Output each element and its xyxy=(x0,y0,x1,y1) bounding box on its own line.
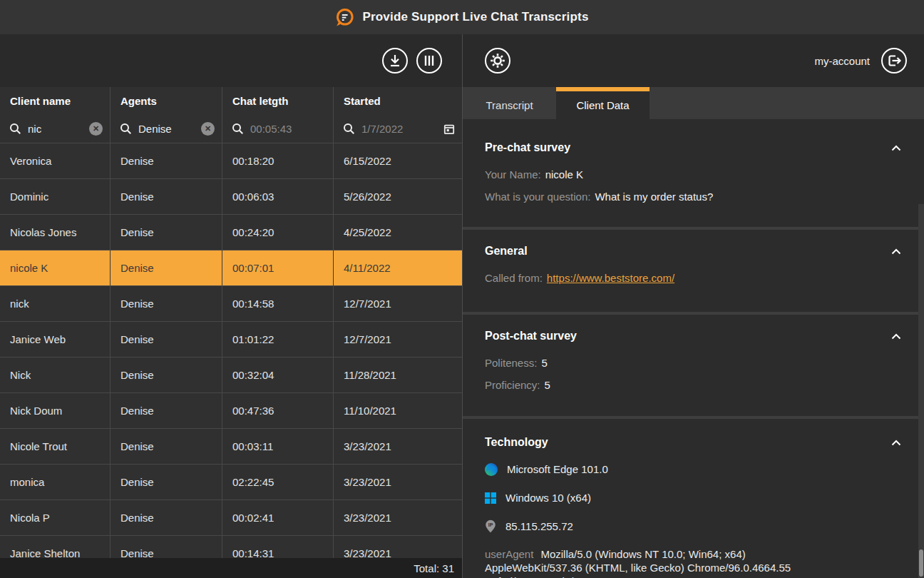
field-politeness: Politeness:5 xyxy=(485,355,903,370)
cell-length: 00:32:04 xyxy=(222,358,334,392)
cell-started: 4/11/2022 xyxy=(334,250,462,285)
tech-os: Windows 10 (x64) xyxy=(485,490,903,505)
called-from-link[interactable]: https://www.beststore.com/ xyxy=(547,272,674,284)
section-title: Post-chat survey xyxy=(485,330,577,343)
logout-icon xyxy=(882,49,906,73)
cell-client: Veronica xyxy=(0,143,111,178)
collapse-chevron-icon[interactable] xyxy=(890,438,903,447)
filter-cell-chat-length xyxy=(222,115,334,143)
calendar-button[interactable] xyxy=(443,123,455,135)
cell-agent: Denise xyxy=(111,429,222,464)
section-technology: Technology xyxy=(463,419,924,578)
transcripts-list-panel: Client name Agents Chat letgth Started ✕ xyxy=(0,34,462,578)
cell-client: monica xyxy=(0,465,111,500)
cell-started: 12/7/2021 xyxy=(334,322,462,357)
cell-started: 3/23/2021 xyxy=(334,465,462,500)
agents-filter-input[interactable] xyxy=(138,123,195,135)
table-row[interactable]: Nicola P Denise 00:02:41 3/23/2021 xyxy=(0,500,462,536)
cell-started: 3/23/2021 xyxy=(334,429,462,464)
svg-text:IP: IP xyxy=(488,522,493,527)
download-icon xyxy=(383,49,407,73)
search-icon xyxy=(343,123,355,135)
table-row[interactable]: Nick Denise 00:32:04 11/28/2021 xyxy=(0,358,462,393)
cell-length: 02:22:45 xyxy=(222,465,334,500)
detail-tabs: Transcript Client Data xyxy=(463,87,924,119)
download-button[interactable] xyxy=(382,48,408,73)
chat-length-filter-input[interactable] xyxy=(250,123,326,135)
table-row[interactable]: Veronica Denise 00:18:20 6/15/2022 xyxy=(0,143,462,179)
logout-button[interactable] xyxy=(881,48,907,73)
field-proficiency: Proficiency:5 xyxy=(485,377,903,392)
cell-length: 00:02:41 xyxy=(222,500,334,535)
cell-length: 00:06:03 xyxy=(222,179,334,214)
chat-bubble-logo-icon xyxy=(335,8,354,27)
table-row[interactable]: nick Denise 00:14:58 12/7/2021 xyxy=(0,286,462,322)
table-row[interactable]: Janice Web Denise 01:01:22 12/7/2021 xyxy=(0,322,462,358)
edge-browser-icon xyxy=(485,463,498,476)
settings-button[interactable] xyxy=(485,48,510,73)
table-row[interactable]: monica Denise 02:22:45 3/23/2021 xyxy=(0,465,462,500)
cell-started: 4/25/2022 xyxy=(334,215,462,250)
columns-icon xyxy=(417,49,441,73)
started-date-filter-input[interactable] xyxy=(361,123,437,135)
cell-client: Nicolas Jones xyxy=(0,215,111,250)
clear-filter-button[interactable]: ✕ xyxy=(89,122,103,136)
cell-client: Nick xyxy=(0,358,111,392)
windows-icon xyxy=(485,492,496,504)
field-your-name: Your Name:nicole K xyxy=(485,167,903,182)
table-row[interactable]: Nicole Trout Denise 00:03:11 3/23/2021 xyxy=(0,429,462,465)
client-name-filter-input[interactable] xyxy=(28,123,83,135)
table-row-selected[interactable]: nicole K Denise 00:07:01 4/11/2022 xyxy=(0,250,462,286)
cell-client: Dominic xyxy=(0,179,111,214)
section-title: General xyxy=(485,245,528,258)
cell-length: 00:47:36 xyxy=(222,393,334,428)
cell-started: 6/15/2022 xyxy=(334,143,462,178)
cell-started: 12/7/2021 xyxy=(334,286,462,321)
section-pre-chat-survey: Pre-chat survey Your Name:nicole K What … xyxy=(463,119,924,227)
scrollbar-thumb[interactable] xyxy=(919,549,923,577)
cell-client: Nicola P xyxy=(0,500,111,535)
filter-cell-agents: ✕ xyxy=(111,115,222,143)
clear-filter-button[interactable]: ✕ xyxy=(201,122,215,136)
table-footer: Total: 31 xyxy=(0,558,462,578)
filter-cell-client-name: ✕ xyxy=(0,115,111,143)
left-toolbar xyxy=(0,34,462,87)
cell-length: 00:24:20 xyxy=(222,215,334,250)
columns-button[interactable] xyxy=(416,48,442,73)
collapse-chevron-icon[interactable] xyxy=(890,143,903,153)
cell-started: 3/23/2021 xyxy=(334,500,462,535)
cell-length: 00:03:11 xyxy=(222,429,334,464)
cell-started: 11/28/2021 xyxy=(334,358,462,392)
filter-cell-started xyxy=(334,115,462,143)
cell-client: Janice Web xyxy=(0,322,111,357)
collapse-chevron-icon[interactable] xyxy=(890,247,903,256)
column-header-started: Started xyxy=(334,87,462,115)
cell-agent: Denise xyxy=(111,322,222,357)
cell-agent: Denise xyxy=(111,358,222,392)
detail-panel: my-account Transcript Client Data xyxy=(463,34,924,578)
app-title: Provide Support Live Chat Transcripts xyxy=(362,10,588,24)
cell-agent: Denise xyxy=(111,465,222,500)
table-row[interactable]: Nick Doum Denise 00:47:36 11/10/2021 xyxy=(0,393,462,429)
table-row[interactable]: Nicolas Jones Denise 00:24:20 4/25/2022 xyxy=(0,215,462,250)
search-icon xyxy=(232,123,244,135)
cell-agent: Denise xyxy=(111,250,222,285)
tab-client-data[interactable]: Client Data xyxy=(556,87,650,119)
cell-agent: Denise xyxy=(111,286,222,321)
cell-length: 00:07:01 xyxy=(222,250,334,285)
cell-length: 00:18:20 xyxy=(222,143,334,178)
collapse-chevron-icon[interactable] xyxy=(890,332,903,341)
table-row[interactable]: Dominic Denise 00:06:03 5/26/2022 xyxy=(0,179,462,215)
cell-client: nick xyxy=(0,286,111,321)
ip-pin-icon: IP xyxy=(485,519,496,533)
field-useragent: userAgentMozilla/5.0 (Windows NT 10.0; W… xyxy=(485,547,903,578)
column-header-client-name: Client name xyxy=(0,87,111,115)
tab-transcript[interactable]: Transcript xyxy=(463,87,556,119)
table-filter-row: ✕ ✕ xyxy=(0,115,462,143)
cell-length: 01:01:22 xyxy=(222,322,334,357)
gear-icon xyxy=(486,49,510,73)
search-icon xyxy=(120,123,132,135)
app-header: Provide Support Live Chat Transcripts xyxy=(0,0,924,34)
cell-agent: Denise xyxy=(111,179,222,214)
calendar-icon xyxy=(443,123,455,135)
